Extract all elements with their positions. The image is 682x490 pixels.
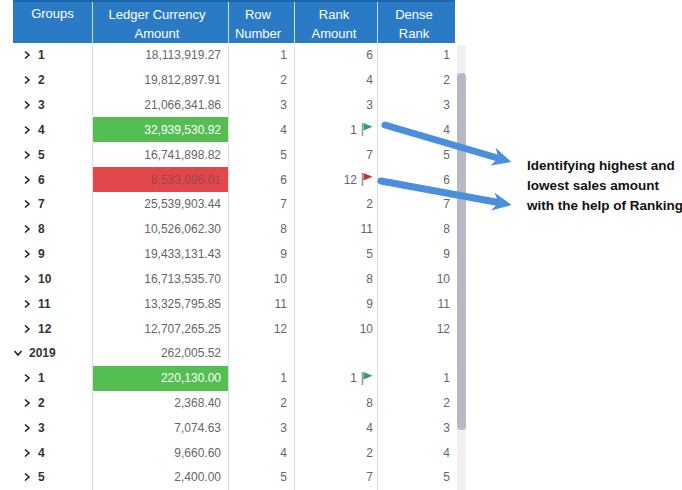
row-number-cell: 3 [229, 93, 295, 118]
column-header-rank-amount[interactable]: RankAmount [295, 2, 378, 43]
table-row[interactable]: 22,368.40282 [13, 391, 455, 416]
chevron-right-icon[interactable] [22, 150, 32, 160]
table-row[interactable]: 52,400.00575 [13, 465, 455, 490]
group-cell: 2 [13, 391, 93, 416]
ledger-amount-cell: 2,368.40 [93, 391, 229, 416]
rank-amount-value: 2 [366, 446, 373, 460]
dense-rank-cell: 7 [378, 192, 455, 217]
table-row[interactable]: 68,533,096.016126 [13, 167, 455, 192]
rank-amount-cell: 1 [295, 366, 378, 391]
group-cell: 3 [13, 415, 93, 440]
chevron-right-icon[interactable] [22, 373, 32, 383]
group-cell: 2 [13, 68, 93, 93]
row-number-cell: 9 [229, 242, 295, 267]
rank-amount-cell: 3 [295, 93, 378, 118]
dense-rank-cell: 5 [378, 142, 455, 167]
rank-amount-value: 6 [366, 48, 373, 62]
annotation-line: lowest sales amount [527, 176, 682, 196]
vertical-scrollbar[interactable] [457, 45, 466, 490]
dense-rank-cell: 3 [378, 415, 455, 440]
rank-amount-cell: 8 [295, 266, 378, 291]
group-label: 2 [38, 396, 45, 410]
chevron-right-icon[interactable] [22, 299, 32, 309]
group-label: 3 [38, 421, 45, 435]
table-row[interactable]: 725,539,903.44727 [13, 192, 455, 217]
column-header-groups[interactable]: Groups [13, 2, 93, 43]
group-label: 1 [38, 371, 45, 385]
dense-rank-cell [378, 341, 455, 366]
column-header-dense-rank[interactable]: DenseRank [378, 2, 455, 43]
table-row[interactable]: 1016,713,535.7010810 [13, 266, 455, 291]
table-row[interactable]: 516,741,898.82575 [13, 142, 455, 167]
rank-amount-cell: 2 [295, 440, 378, 465]
dense-rank-cell: 9 [378, 242, 455, 267]
rank-amount-cell: 1 [295, 117, 378, 142]
group-label: 4 [38, 123, 45, 137]
ledger-amount-cell: 18,113,919.27 [93, 43, 229, 68]
table-row[interactable]: 49,660.60424 [13, 440, 455, 465]
rank-amount-value: 8 [366, 272, 373, 286]
group-label: 11 [38, 297, 51, 311]
table-body: 118,113,919.27161219,812,897.91242321,06… [13, 43, 455, 490]
rank-amount-value: 1 [350, 123, 357, 137]
row-number-cell: 4 [229, 117, 295, 142]
table-row[interactable]: 1113,325,795.8511911 [13, 291, 455, 316]
chevron-right-icon[interactable] [22, 75, 32, 85]
group-label: 3 [38, 98, 45, 112]
table-row[interactable]: 919,433,131.43959 [13, 242, 455, 267]
ledger-amount-cell: 12,707,265.25 [93, 316, 229, 341]
column-header-label: Number [235, 24, 281, 43]
column-header-label: Rank [319, 5, 349, 24]
chevron-right-icon[interactable] [22, 175, 32, 185]
table-row[interactable]: 2019262,005.52 [13, 341, 455, 366]
rank-amount-cell: 4 [295, 68, 378, 93]
annotation-line: Identifying highest and [527, 156, 682, 176]
table-row[interactable]: 810,526,062.308118 [13, 217, 455, 242]
column-header-row-number[interactable]: RowNumber [229, 2, 295, 43]
table-row[interactable]: 37,074.63343 [13, 415, 455, 440]
rank-amount-value: 3 [366, 98, 373, 112]
chevron-right-icon[interactable] [22, 274, 32, 284]
chevron-right-icon[interactable] [22, 125, 32, 135]
chevron-right-icon[interactable] [22, 224, 32, 234]
chevron-right-icon[interactable] [22, 50, 32, 60]
rank-amount-value: 8 [366, 396, 373, 410]
rank-amount-value: 4 [366, 421, 373, 435]
dense-rank-cell: 8 [378, 217, 455, 242]
column-header-ledger[interactable]: Ledger CurrencyAmount [93, 2, 229, 43]
dense-rank-cell: 5 [378, 465, 455, 490]
ledger-amount-cell: 19,812,897.91 [93, 68, 229, 93]
row-number-cell: 10 [229, 266, 295, 291]
ledger-amount-cell: 10,526,062.30 [93, 217, 229, 242]
group-cell: 10 [13, 266, 93, 291]
table-row[interactable]: 219,812,897.91242 [13, 68, 455, 93]
group-cell: 9 [13, 242, 93, 267]
table-row[interactable]: 118,113,919.27161 [13, 43, 455, 68]
row-number-cell: 2 [229, 68, 295, 93]
table-row[interactable]: 1220,130.00111 [13, 366, 455, 391]
dense-rank-cell: 10 [378, 266, 455, 291]
chevron-right-icon[interactable] [22, 100, 32, 110]
row-number-cell: 11 [229, 291, 295, 316]
ledger-amount-cell: 7,074.63 [93, 415, 229, 440]
chevron-right-icon[interactable] [22, 398, 32, 408]
scrollbar-thumb[interactable] [457, 73, 466, 430]
ledger-amount-cell: 13,325,795.85 [93, 291, 229, 316]
rank-amount-cell: 8 [295, 391, 378, 416]
green-flag-icon [360, 371, 373, 386]
chevron-right-icon[interactable] [22, 199, 32, 209]
group-label: 7 [38, 197, 45, 211]
row-number-cell: 7 [229, 192, 295, 217]
chevron-right-icon[interactable] [22, 448, 32, 458]
table-row[interactable]: 432,939,530.92414 [13, 117, 455, 142]
chevron-right-icon[interactable] [22, 472, 32, 482]
chevron-right-icon[interactable] [22, 324, 32, 334]
table-row[interactable]: 1212,707,265.25121012 [13, 316, 455, 341]
ledger-amount-cell: 19,433,131.43 [93, 242, 229, 267]
chevron-down-icon[interactable] [13, 348, 23, 358]
column-header-label: Amount [312, 24, 357, 43]
group-label: 4 [38, 446, 45, 460]
chevron-right-icon[interactable] [22, 423, 32, 433]
chevron-right-icon[interactable] [22, 249, 32, 259]
table-row[interactable]: 321,066,341.86333 [13, 93, 455, 118]
